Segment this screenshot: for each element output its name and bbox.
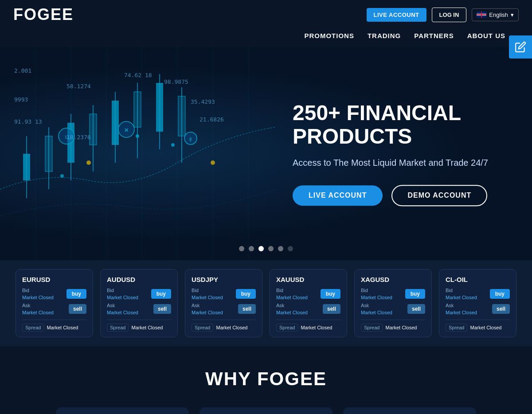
svg-text:₿: ₿ [189,137,192,142]
sell-button[interactable]: sell [153,304,171,314]
market-card-cl-oil: CL-OIL Bid Market Closed buy Ask Market … [439,269,516,337]
logo[interactable]: FOGEE [13,5,74,24]
market-symbol: EURUSD [22,276,86,283]
log-in-button[interactable]: LOG IN [432,8,467,22]
spread-value: Market Closed [47,325,78,330]
ask-value: Market Closed [22,310,69,315]
hero-title: 250+ FINANCIAL PRODUCTS [293,102,505,148]
svg-rect-20 [156,83,163,132]
chart-num-5: 18.2376 [66,134,91,141]
market-card-xauusd: XAUUSD Bid Market Closed buy Ask Market … [270,269,347,337]
spread-label: Spread [361,324,383,332]
ask-label: Ask [22,303,69,308]
chart-num-6: 74.62 18 [124,72,152,78]
chart-num-8: 35.4293 [191,98,215,105]
floating-note-button[interactable] [509,35,532,59]
svg-rect-10 [45,136,52,172]
hero-subtitle: Access to The Most Liquid Market and Tra… [293,156,505,169]
ask-label: Ask [107,303,153,308]
nav-trading[interactable]: TRADING [368,32,401,39]
spread-value: Market Closed [131,325,163,330]
chart-num-3: 91.93 13 [14,118,42,125]
spread-label: Spread [22,324,44,332]
sell-button[interactable]: sell [323,304,340,314]
dot-4[interactable] [268,246,274,251]
spread-label: Spread [276,324,298,332]
dot-2[interactable] [249,246,254,251]
sell-button[interactable]: sell [492,304,510,314]
chart-num-2: 9993 [14,96,28,103]
flag-icon [477,12,486,18]
nav-partners[interactable]: PARTNERS [414,32,454,39]
chart-num-9: 21.6826 [200,116,224,123]
ask-label: Ask [446,303,492,308]
bid-value: Market Closed [361,295,405,300]
language-selector[interactable]: English ▾ [472,8,519,21]
market-card-audusd: AUDUSD Bid Market Closed buy Ask Market … [100,269,178,337]
buy-button[interactable]: buy [490,289,510,299]
live-account-button[interactable]: LIVE ACCOUNT [367,8,426,22]
why-card-money: $ [56,407,189,414]
sell-button[interactable]: sell [407,304,425,314]
ask-value: Market Closed [361,310,407,315]
bid-value: Market Closed [107,295,151,300]
language-label: English [489,12,508,18]
ask-value: Market Closed [192,310,238,315]
buy-button[interactable]: buy [405,289,425,299]
spread-label: Spread [446,324,467,332]
market-symbol: CL-OIL [446,276,510,283]
bid-label: Bid [22,288,66,293]
edit-icon [515,41,526,53]
ask-label: Ask [192,303,238,308]
svg-rect-8 [23,154,30,180]
dot-1[interactable] [239,246,244,251]
ask-label: Ask [276,303,323,308]
spread-label: Spread [192,324,213,332]
nav-about[interactable]: ABOUT US [467,32,505,39]
ask-value: Market Closed [446,310,492,315]
ask-value: Market Closed [276,310,323,315]
why-title: WHY FOGEE [13,368,519,390]
svg-text:✕: ✕ [124,127,129,133]
bid-label: Bid [446,288,490,293]
hero-title-highlight: 250+ [293,101,340,125]
svg-point-26 [171,143,175,147]
dot-3[interactable] [258,246,264,251]
market-card-usdjpy: USDJPY Bid Market Closed buy Ask Market … [185,269,262,337]
spread-value: Market Closed [216,325,247,330]
dot-6[interactable] [288,246,293,251]
svg-point-23 [86,160,91,165]
buy-button[interactable]: buy [151,289,171,299]
svg-point-27 [60,174,64,178]
market-symbol: XAUUSD [276,276,340,283]
hero-live-account-button[interactable]: LIVE ACCOUNT [293,185,383,206]
slider-dots [239,246,293,251]
buy-button[interactable]: buy [321,289,340,299]
chevron-down-icon: ▾ [511,12,514,18]
svg-rect-18 [134,92,141,127]
market-card-xagusd: XAGUSD Bid Market Closed buy Ask Market … [354,269,432,337]
nav-promotions[interactable]: PROMOTIONS [304,32,354,39]
chart-num-4: 58.1274 [66,83,91,90]
market-symbol: USDJPY [192,276,256,283]
sell-button[interactable]: sell [69,304,86,314]
chart-num-1: 2.001 [14,67,31,74]
sell-button[interactable]: sell [238,304,256,314]
buy-button[interactable]: buy [236,289,256,299]
spread-value: Market Closed [301,325,332,330]
buy-button[interactable]: buy [66,289,86,299]
hero-section: ✕ ₿ Ł 2.001 9993 91.93 13 58.1274 18.237… [0,47,532,260]
svg-rect-22 [178,96,185,136]
market-section: EURUSD Bid Market Closed buy Ask Market … [0,260,532,346]
why-card-globe [200,407,332,414]
bid-label: Bid [361,288,405,293]
dot-5[interactable] [278,246,283,251]
svg-rect-16 [112,101,119,145]
spread-value: Market Closed [385,325,417,330]
why-card-support [343,407,476,414]
bid-value: Market Closed [192,295,236,300]
hero-demo-account-button[interactable]: DEMO ACCOUNT [391,185,487,206]
svg-point-25 [136,134,139,138]
chart-num-7: 98.9875 [164,78,188,85]
market-symbol: XAGUSD [361,276,425,283]
